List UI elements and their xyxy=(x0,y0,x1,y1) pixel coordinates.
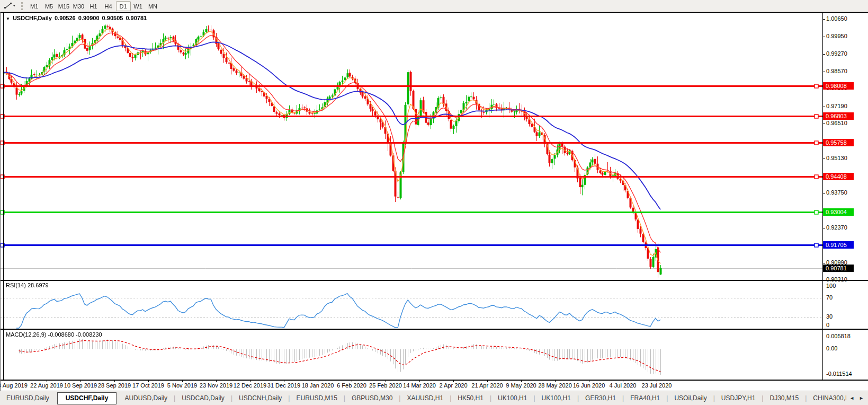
chart-tab-bar: EURUSD,DailyUSDCHF,DailyAUDUSD,Daily|USD… xyxy=(0,391,868,405)
chart-top-border xyxy=(0,12,868,13)
macd-signal-value: -0.008230 xyxy=(76,331,102,338)
rsi-legend: RSI(14) 28.6979 xyxy=(6,282,49,288)
date-label: 23 Jul 2020 xyxy=(642,382,672,389)
window-left-edge xyxy=(0,12,1,391)
timeframe-button-h4[interactable]: H4 xyxy=(101,1,116,11)
indicator-axis-label: 0 xyxy=(826,322,829,328)
date-label: 17 Oct 2019 xyxy=(132,382,164,389)
scroll-left-icon[interactable]: ◄ xyxy=(849,395,854,401)
date-label: 21 Apr 2020 xyxy=(471,382,503,389)
price-level-label[interactable]: 0.98008 xyxy=(823,82,854,90)
timeframe-button-m1[interactable]: M1 xyxy=(27,1,42,11)
tab-fra40-h1[interactable]: FRA40,H1 xyxy=(624,391,666,405)
ohlc-low: 0.90505 xyxy=(102,15,123,21)
macd-splitter[interactable] xyxy=(0,329,868,330)
date-label: 25 Feb 2020 xyxy=(369,382,402,389)
price-level-label[interactable]: 0.96803 xyxy=(823,112,854,120)
timeframe-button-d1[interactable]: D1 xyxy=(116,1,131,11)
indicator-axis-label: 70 xyxy=(826,294,833,301)
date-label: 12 Dec 2019 xyxy=(234,382,266,389)
date-label: 6 Feb 2020 xyxy=(337,382,366,389)
price-tick-label: 0.92370 xyxy=(826,224,847,231)
indicator-axis-label: -0.011514 xyxy=(826,371,852,377)
price-level-label[interactable]: 0.95758 xyxy=(823,139,854,146)
price-level-label[interactable]: 0.94408 xyxy=(823,173,854,180)
rsi-value: 28.6979 xyxy=(28,282,49,288)
macd-legend: MACD(12,26,9) -0.008680 -0.008230 xyxy=(6,331,102,338)
timeframe-button-m15[interactable]: M15 xyxy=(57,1,71,11)
date-label: 23 Nov 2019 xyxy=(200,382,232,389)
date-label: 31 Dec 2019 xyxy=(267,382,300,389)
tab-usdcnh-daily[interactable]: USDCNH,Daily xyxy=(232,391,288,405)
price-tick-label: 0.95130 xyxy=(826,155,847,161)
date-label: 10 Sep 2019 xyxy=(64,382,97,389)
current-price-label: 0.90781 xyxy=(823,265,854,272)
timeframe-button-w1[interactable]: W1 xyxy=(131,1,146,11)
indicator-axis-label: 0.00 xyxy=(826,345,837,351)
tab-uk100-h1[interactable]: UK100,H1 xyxy=(491,391,533,405)
date-label: 4 Jul 2020 xyxy=(610,382,637,389)
tab-usdcad-daily[interactable]: USDCAD,Daily xyxy=(175,391,231,405)
mt4-window: ▾ M1M5M15M30H1H4D1W1MN ▼USDCHF,Daily 0.9… xyxy=(0,0,868,405)
indicator-axis-label: 0.005818 xyxy=(826,333,851,339)
tab-ger30-h1[interactable]: GER30,H1 xyxy=(579,391,622,405)
tab-eurusd-daily[interactable]: EURUSD,Daily xyxy=(0,391,56,405)
scroll-right-icon[interactable]: ► xyxy=(859,395,864,401)
price-tick-label: 0.93750 xyxy=(826,189,847,196)
tab-gbpusd-m30[interactable]: GBPUSD,M30 xyxy=(345,391,399,405)
toolbar-grip[interactable] xyxy=(21,2,23,10)
date-label: 16 Jun 2020 xyxy=(573,382,605,389)
chart-legend: ▼USDCHF,Daily 0.90526 0.90900 0.90505 0.… xyxy=(6,15,148,21)
price-tick-label: 1.00650 xyxy=(826,15,847,22)
trendline-icon xyxy=(4,2,12,10)
chevron-down-icon: ▾ xyxy=(13,4,15,8)
timeframe-button-mn[interactable]: MN xyxy=(146,1,160,11)
ohlc-high: 0.90900 xyxy=(78,15,100,21)
tab-xauusd-h1[interactable]: XAUUSD,H1 xyxy=(400,391,450,405)
main-chart-canvas[interactable] xyxy=(0,13,822,279)
rsi-splitter[interactable] xyxy=(0,280,868,281)
price-tick-label: 0.98570 xyxy=(826,68,847,74)
date-label: 28 Sep 2019 xyxy=(98,382,131,389)
price-tick-label: 0.90310 xyxy=(826,276,847,283)
date-label: 3 Aug 2019 xyxy=(0,382,28,389)
timeframe-button-m30[interactable]: M30 xyxy=(71,1,86,11)
trendline-tool-button[interactable]: ▾ xyxy=(3,2,16,10)
tab-hk50-h1[interactable]: HK50,H1 xyxy=(451,391,490,405)
timeframe-button-h1[interactable]: H1 xyxy=(86,1,101,11)
date-label: 22 Aug 2019 xyxy=(30,382,63,389)
tab-dj30-m15[interactable]: DJ30,M15 xyxy=(763,391,805,405)
tab-usdchf-daily[interactable]: USDCHF,Daily xyxy=(57,392,117,404)
date-label: 2 Apr 2020 xyxy=(439,382,467,389)
date-label: 5 Nov 2019 xyxy=(167,382,197,389)
tab-usoil-daily[interactable]: USOil,Daily xyxy=(668,391,713,405)
date-label: 28 May 2020 xyxy=(538,382,572,389)
macd-main-value: -0.008680 xyxy=(48,331,74,338)
price-tick-label: 0.97190 xyxy=(826,103,847,109)
timeframe-button-m5[interactable]: M5 xyxy=(42,1,57,11)
tab-scroll-arrows: ◄ ► xyxy=(846,391,868,405)
rsi-panel-canvas[interactable] xyxy=(0,281,822,329)
date-label: 9 May 2020 xyxy=(506,382,536,389)
ohlc-open: 0.90526 xyxy=(55,15,76,21)
price-axis-border xyxy=(822,12,823,381)
timeframe-toolbar: ▾ M1M5M15M30H1H4D1W1MN xyxy=(0,0,868,12)
indicator-axis-label: 100 xyxy=(826,283,836,289)
date-axis[interactable]: 3 Aug 201922 Aug 201910 Sep 201928 Sep 2… xyxy=(0,381,868,391)
macd-name: MACD(12,26,9) xyxy=(6,331,46,338)
date-label: 18 Jan 2020 xyxy=(302,382,334,389)
price-tick-label: 0.96510 xyxy=(826,120,847,126)
rsi-name: RSI(14) xyxy=(6,282,26,288)
chart-left-border xyxy=(3,12,4,381)
date-axis-border xyxy=(0,380,868,381)
tab-eurusd-m15[interactable]: EURUSD,M15 xyxy=(290,391,343,405)
price-level-label[interactable]: 0.91705 xyxy=(823,241,854,249)
macd-panel-canvas[interactable] xyxy=(0,330,822,380)
chart-symbol: USDCHF,Daily xyxy=(13,15,52,21)
tab-usdjpy-h1[interactable]: USDJPY,H1 xyxy=(715,391,762,405)
tab-uk100-h1[interactable]: UK100,H1 xyxy=(535,391,577,405)
timeframe-buttons: M1M5M15M30H1H4D1W1MN xyxy=(27,1,160,11)
tab-audusd-daily[interactable]: AUDUSD,Daily xyxy=(118,391,174,405)
collapse-caret-icon: ▼ xyxy=(6,16,10,21)
price-level-label[interactable]: 0.93004 xyxy=(823,208,854,216)
